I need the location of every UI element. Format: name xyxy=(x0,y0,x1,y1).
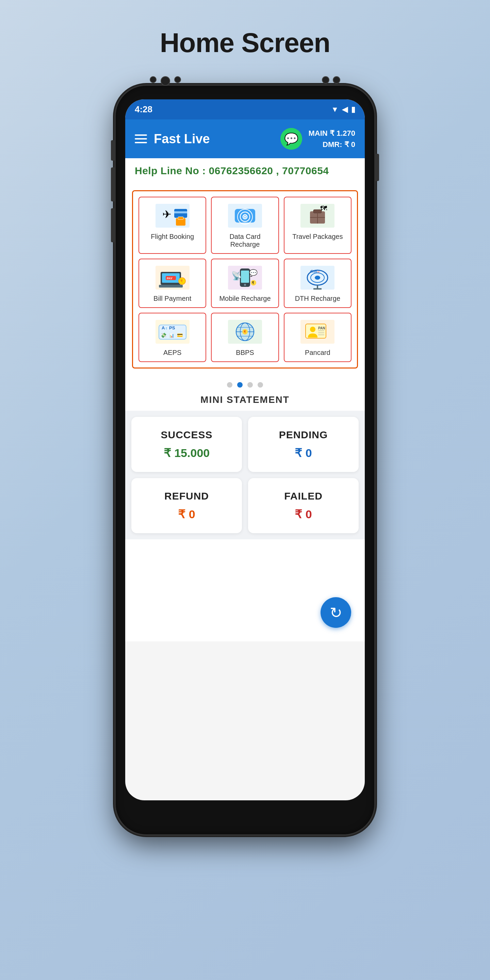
carousel-dots xyxy=(125,375,365,391)
helpline-text: Help Line No : 06762356620 , 70770654 xyxy=(135,165,329,176)
dot-3[interactable] xyxy=(247,382,253,388)
refund-amount: ₹ 0 xyxy=(178,508,195,521)
hamburger-menu-button[interactable] xyxy=(135,134,147,143)
svg-text:PAN: PAN xyxy=(318,326,325,330)
volume-up-button xyxy=(111,140,115,161)
svg-point-37 xyxy=(315,275,320,280)
svg-point-61 xyxy=(310,327,315,332)
pancard-label: Pancard xyxy=(305,349,331,356)
svg-rect-23 xyxy=(159,285,183,288)
main-label: MAIN xyxy=(308,129,327,137)
phone-frame: 4:28 ▼ ◀ ▮ Fast Live 💬 xyxy=(116,86,374,834)
camera-right-1 xyxy=(322,76,329,84)
statement-card-success[interactable]: SUCCESS ₹ 15.000 xyxy=(131,417,242,472)
status-bar: 4:28 ▼ ◀ ▮ xyxy=(125,99,365,119)
failed-title: FAILED xyxy=(284,490,323,502)
wifi-icon: ▼ xyxy=(331,105,339,114)
bbps-label: BBPS xyxy=(236,349,254,356)
app-name-label: Fast Live xyxy=(154,132,210,146)
power-button xyxy=(375,154,379,181)
travel-packages-icon: 🗺 xyxy=(297,202,338,229)
bottom-area: ↻ xyxy=(125,539,365,641)
pancard-icon-area: PAN xyxy=(297,318,338,345)
failed-amount: ₹ 0 xyxy=(295,508,312,521)
menu-line-1 xyxy=(135,134,147,136)
header-right: 💬 MAIN ₹ 1.270 DMR: ₹ 0 xyxy=(280,127,355,150)
svg-text:📊: 📊 xyxy=(169,333,174,338)
statement-card-pending[interactable]: PENDING ₹ 0 xyxy=(248,417,359,472)
front-cameras xyxy=(150,76,181,86)
mini-statement-text: MINI STATEMENT xyxy=(200,395,290,405)
pending-amount: ₹ 0 xyxy=(295,446,312,460)
svg-point-29 xyxy=(244,284,246,286)
svg-text:💬: 💬 xyxy=(249,269,258,277)
pending-title: PENDING xyxy=(279,429,328,441)
svg-text:ε: ε xyxy=(166,326,167,330)
services-grid: ✈ Flight Booking xyxy=(132,190,358,369)
svg-text:🗺: 🗺 xyxy=(320,205,327,212)
svg-text:₹: ₹ xyxy=(243,330,246,334)
svg-text:✈: ✈ xyxy=(162,208,172,221)
svg-text:💳: 💳 xyxy=(177,332,183,338)
mobile-recharge-icon: 📡 💬 ₹ xyxy=(224,264,266,291)
dmr-label: DMR: xyxy=(323,140,342,149)
statement-grid: SUCCESS ₹ 15.000 PENDING ₹ 0 REFUND ₹ 0 … xyxy=(125,411,365,539)
page-title: Home Screen xyxy=(160,27,330,59)
refresh-fab-button[interactable]: ↻ xyxy=(321,597,351,628)
statement-card-failed[interactable]: FAILED ₹ 0 xyxy=(248,478,359,533)
bbps-icon: ₹ xyxy=(224,318,266,345)
flight-booking-label: Flight Booking xyxy=(151,233,194,240)
bill-payment-icon: PAY ₹ xyxy=(152,264,193,291)
service-bbps[interactable]: ₹ BBPS xyxy=(211,313,279,362)
camera-dot-2 xyxy=(161,76,170,86)
service-travel-packages[interactable]: 🗺 Travel Packages xyxy=(284,197,352,254)
service-dth-recharge[interactable]: dish tv DTH Recharge xyxy=(284,259,352,308)
bbps-icon-area: ₹ xyxy=(224,318,266,345)
camera-dot-3 xyxy=(174,76,181,83)
dot-2[interactable] xyxy=(237,382,243,388)
dot-1[interactable] xyxy=(227,382,232,388)
service-bill-payment[interactable]: PAY ₹ Bill Payment xyxy=(138,259,206,308)
svg-point-11 xyxy=(244,216,246,218)
refresh-icon: ↻ xyxy=(330,604,342,621)
pancard-icon: PAN xyxy=(297,318,338,345)
bill-payment-label: Bill Payment xyxy=(153,295,191,302)
dmr-currency: ₹ xyxy=(344,140,351,149)
svg-text:tv: tv xyxy=(318,270,320,273)
svg-text:💸: 💸 xyxy=(161,332,167,338)
service-pancard[interactable]: PAN Pancard xyxy=(284,313,352,362)
svg-text:A: A xyxy=(162,325,165,331)
refund-title: REFUND xyxy=(164,490,209,502)
mini-statement-section-label: MINI STATEMENT xyxy=(125,391,365,411)
bill-payment-icon-area: PAY ₹ xyxy=(152,264,193,291)
bixby-button xyxy=(111,208,115,242)
service-mobile-recharge[interactable]: 📡 💬 ₹ Mobile Recharge xyxy=(211,259,279,308)
svg-text:dish: dish xyxy=(310,269,317,273)
whatsapp-button[interactable]: 💬 xyxy=(280,128,302,150)
dot-4[interactable] xyxy=(258,382,263,388)
header-left: Fast Live xyxy=(135,132,210,146)
menu-line-3 xyxy=(135,142,147,143)
service-flight-booking[interactable]: ✈ Flight Booking xyxy=(138,197,206,254)
aeps-icon: A ε PS 💸 📊 💳 xyxy=(152,318,193,345)
dth-recharge-icon: dish tv xyxy=(297,264,338,291)
camera-right-2 xyxy=(333,76,340,84)
service-data-card-recharge[interactable]: Data Card Recharge xyxy=(211,197,279,254)
volume-down-button xyxy=(111,167,115,202)
main-balance-row: MAIN ₹ 1.270 xyxy=(308,127,355,139)
status-time: 4:28 xyxy=(135,104,153,115)
flight-booking-icon: ✈ xyxy=(152,202,193,229)
status-icons: ▼ ◀ ▮ xyxy=(331,105,355,114)
mobile-recharge-icon-area: 📡 💬 ₹ xyxy=(224,264,266,291)
aeps-label: AEPS xyxy=(163,349,181,356)
data-card-recharge-label: Data Card Recharge xyxy=(215,233,275,248)
travel-packages-icon-area: 🗺 xyxy=(297,202,338,229)
main-balance-value: 1.270 xyxy=(337,129,355,137)
svg-text:₹: ₹ xyxy=(180,279,183,283)
aeps-icon-area: A ε PS 💸 📊 💳 xyxy=(152,318,193,345)
statement-card-refund[interactable]: REFUND ₹ 0 xyxy=(131,478,242,533)
service-aeps[interactable]: A ε PS 💸 📊 💳 AEPS xyxy=(138,313,206,362)
dth-recharge-label: DTH Recharge xyxy=(295,295,340,302)
dth-recharge-icon-area: dish tv xyxy=(297,264,338,291)
main-currency: ₹ xyxy=(330,129,337,137)
